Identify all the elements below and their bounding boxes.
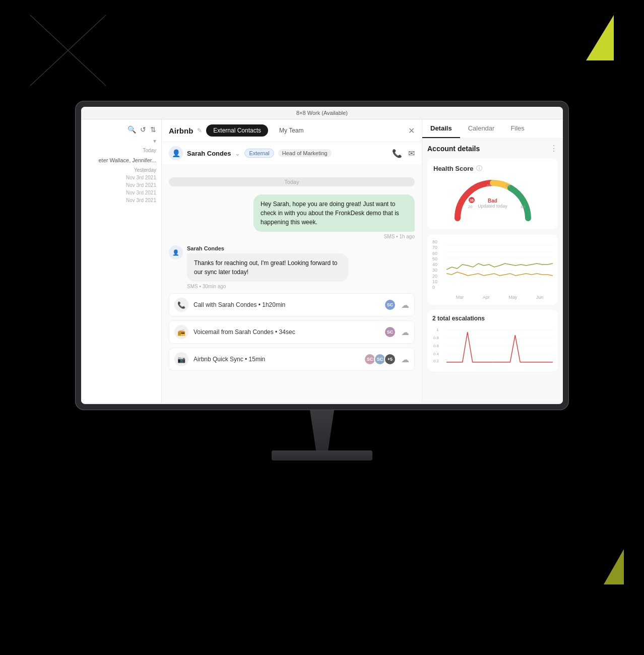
account-details-header: Account details ⋮ bbox=[427, 144, 558, 153]
meeting-avatars: SC SC +5 bbox=[364, 353, 396, 365]
contact-row: 👤 Sarah Condes ⌄ External Head of Market… bbox=[162, 142, 422, 164]
sort-icon[interactable]: ⇅ bbox=[150, 125, 156, 134]
gauge-center-text: Bad Updated today bbox=[478, 198, 507, 208]
sidebar-date-3: Nov 3rd 2021 bbox=[81, 196, 161, 204]
sidebar-date-2: Nov 3rd 2021 bbox=[81, 189, 161, 196]
health-title-row: Health Score ⓘ bbox=[433, 164, 552, 173]
escalations-title: 2 total escalations bbox=[432, 315, 553, 322]
chart-area: 80 70 60 50 40 30 20 10 0 bbox=[432, 239, 553, 300]
svg-text:36: 36 bbox=[470, 199, 474, 202]
conversation-header: Airbnb ✎ External Contacts My Team ✕ bbox=[162, 119, 422, 142]
conversation-title: Airbnb bbox=[169, 126, 193, 135]
activity-voicemail[interactable]: 📻 Voicemail from Sarah Condes • 34sec SC… bbox=[169, 320, 415, 344]
badge-role: Head of Marketing bbox=[278, 149, 332, 157]
line-chart-svg bbox=[446, 239, 553, 290]
chat-area: Today Hey Sarah, hope you are doing grea… bbox=[162, 164, 422, 403]
svg-text:0.4: 0.4 bbox=[433, 352, 439, 356]
call-avatar: SC bbox=[384, 299, 396, 311]
right-panel-body: Account details ⋮ Health Score ⓘ bbox=[422, 139, 563, 403]
contact-name: Sarah Condes bbox=[187, 150, 231, 157]
svg-line-1 bbox=[30, 15, 106, 86]
svg-text:60: 60 bbox=[505, 183, 510, 188]
chart-x-labels: Mar Apr May Jun bbox=[446, 295, 553, 300]
phone-icon[interactable]: 📞 bbox=[392, 149, 402, 158]
gauge-label: Bad bbox=[478, 198, 507, 203]
escalations-chart: 1 0.8 0.6 0.4 0.2 bbox=[432, 326, 553, 366]
sidebar: 🔍 ↺ ⇅ ▾ Today eter Wallace, Jennifer... … bbox=[81, 119, 162, 403]
upload-icon-voicemail[interactable]: ☁ bbox=[401, 328, 409, 337]
health-score-section: Health Score ⓘ bbox=[427, 158, 558, 229]
activity-call[interactable]: 📞 Call with Sarah Condes • 1h20min SC ☁ bbox=[169, 293, 415, 316]
tab-my-team[interactable]: My Team bbox=[272, 124, 310, 137]
outgoing-message-wrap: Hey Sarah, hope you are doing great! Jus… bbox=[169, 194, 415, 239]
sidebar-dropdown[interactable]: ▾ bbox=[81, 136, 161, 147]
meeting-icon: 📷 bbox=[174, 352, 188, 366]
outgoing-meta: SMS • 1h ago bbox=[253, 234, 415, 239]
search-icon[interactable]: 🔍 bbox=[127, 125, 136, 134]
title-bar: 8×8 Work (Available) bbox=[81, 107, 563, 119]
contact-avatar: 👤 bbox=[169, 146, 183, 160]
line-chart-section: 80 70 60 50 40 30 20 10 0 bbox=[427, 234, 558, 305]
green-triangle-deco-br bbox=[604, 549, 624, 584]
upload-icon-meeting[interactable]: ☁ bbox=[401, 355, 409, 364]
svg-text:100: 100 bbox=[527, 222, 533, 223]
escalations-svg: 1 0.8 0.6 0.4 0.2 bbox=[432, 326, 553, 366]
edit-icon[interactable]: ✎ bbox=[197, 127, 202, 134]
more-options-icon[interactable]: ⋮ bbox=[550, 144, 558, 153]
incoming-sender: Sarah Condes bbox=[187, 245, 415, 251]
svg-text:20: 20 bbox=[468, 205, 472, 209]
tab-details[interactable]: Details bbox=[422, 119, 460, 138]
account-details-title: Account details bbox=[427, 145, 480, 153]
activity-meeting[interactable]: 📷 Airbnb Quick Sync • 15min SC SC +5 ☁ bbox=[169, 348, 415, 371]
escalations-section: 2 total escalations 1 0.8 0.6 0.4 0.2 bbox=[427, 310, 558, 371]
sidebar-label-yesterday: Yesterday bbox=[81, 166, 161, 174]
svg-text:1: 1 bbox=[436, 328, 439, 332]
info-icon[interactable]: ⓘ bbox=[476, 164, 482, 173]
svg-text:40: 40 bbox=[486, 183, 491, 188]
sidebar-date-1: Nov 3rd 2021 bbox=[81, 181, 161, 189]
incoming-meta: SMS • 30min ago bbox=[187, 284, 415, 289]
gauge-container: 36 0 20 40 60 80 100 bbox=[453, 178, 533, 223]
voicemail-icon: 📻 bbox=[174, 325, 188, 339]
svg-text:0: 0 bbox=[457, 222, 460, 223]
outgoing-bubble: Hey Sarah, hope you are doing great! Jus… bbox=[253, 194, 415, 232]
monitor-stand-base bbox=[272, 450, 372, 461]
meeting-text: Airbnb Quick Sync • 15min bbox=[194, 356, 359, 363]
green-triangle-deco bbox=[586, 15, 614, 60]
voicemail-avatar: SC bbox=[384, 326, 396, 338]
monitor-frame: 8×8 Work (Available) 🔍 ↺ ⇅ ▾ Today eter … bbox=[75, 101, 569, 410]
sidebar-item-0[interactable]: eter Wallace, Jennifer... bbox=[81, 154, 161, 166]
email-icon[interactable]: ✉ bbox=[408, 149, 415, 158]
upload-icon-call[interactable]: ☁ bbox=[401, 300, 409, 310]
tab-external-contacts[interactable]: External Contacts bbox=[206, 124, 268, 137]
svg-line-0 bbox=[30, 15, 106, 86]
badge-external: External bbox=[244, 149, 274, 158]
monitor: 8×8 Work (Available) 🔍 ↺ ⇅ ▾ Today eter … bbox=[75, 101, 569, 461]
svg-text:80: 80 bbox=[521, 205, 525, 209]
app-layout: 🔍 ↺ ⇅ ▾ Today eter Wallace, Jennifer... … bbox=[81, 119, 563, 403]
contact-actions: 📞 ✉ bbox=[392, 149, 415, 158]
health-score-title: Health Score bbox=[433, 165, 473, 172]
monitor-screen: 8×8 Work (Available) 🔍 ↺ ⇅ ▾ Today eter … bbox=[81, 107, 563, 404]
chart-y-labels: 80 70 60 50 40 30 20 10 0 bbox=[432, 239, 444, 290]
close-button[interactable]: ✕ bbox=[408, 126, 415, 136]
incoming-message-wrap: 👤 Sarah Condes Thanks for reaching out, … bbox=[169, 245, 415, 289]
sidebar-toolbar: 🔍 ↺ ⇅ bbox=[81, 123, 161, 136]
extra-count: +5 bbox=[384, 353, 396, 365]
incoming-content: Sarah Condes Thanks for reaching out, I'… bbox=[187, 245, 415, 289]
contact-dropdown-icon[interactable]: ⌄ bbox=[235, 150, 240, 157]
right-tabs: Details Calendar Files bbox=[422, 119, 563, 139]
main-content: Airbnb ✎ External Contacts My Team ✕ 👤 S… bbox=[162, 119, 422, 403]
svg-text:0.8: 0.8 bbox=[433, 336, 439, 340]
svg-text:0.2: 0.2 bbox=[433, 359, 439, 363]
tab-calendar[interactable]: Calendar bbox=[460, 119, 503, 138]
title-bar-text: 8×8 Work (Available) bbox=[296, 110, 348, 116]
chart-plot bbox=[446, 239, 553, 290]
tab-files[interactable]: Files bbox=[502, 119, 532, 138]
call-text: Call with Sarah Condes • 1h20min bbox=[194, 301, 379, 308]
refresh-icon[interactable]: ↺ bbox=[140, 125, 146, 134]
right-panel: Details Calendar Files Account details ⋮ bbox=[422, 119, 563, 403]
incoming-avatar: 👤 bbox=[169, 245, 183, 259]
svg-text:0.6: 0.6 bbox=[433, 344, 439, 348]
sidebar-label-today: Today bbox=[81, 147, 161, 154]
